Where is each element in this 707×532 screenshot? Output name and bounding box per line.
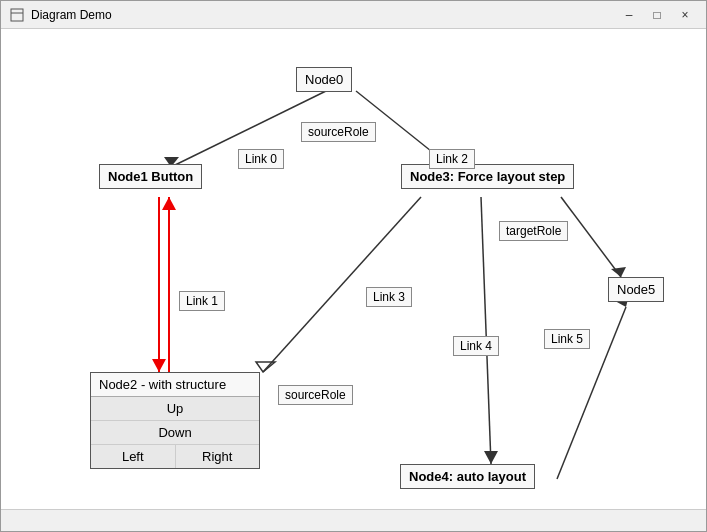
svg-marker-11: [256, 362, 275, 372]
node2-right-button[interactable]: Right: [176, 445, 260, 468]
node2-title: Node2 - with structure: [91, 373, 259, 397]
window-controls: – □ ×: [616, 5, 698, 25]
node2-down-button[interactable]: Down: [91, 421, 259, 444]
node1[interactable]: Node1 Button: [99, 164, 202, 189]
svg-marker-7: [152, 359, 166, 372]
minimize-button[interactable]: –: [616, 5, 642, 25]
source-role-2: sourceRole: [278, 385, 353, 405]
svg-line-12: [481, 197, 491, 464]
node0[interactable]: Node0: [296, 67, 352, 92]
title-bar: Diagram Demo – □ ×: [1, 1, 706, 29]
maximize-button[interactable]: □: [644, 5, 670, 25]
svg-rect-0: [11, 9, 23, 21]
svg-marker-13: [484, 451, 498, 464]
close-button[interactable]: ×: [672, 5, 698, 25]
link-label-1: Link 1: [179, 291, 225, 311]
node2[interactable]: Node2 - with structure Up Down Left Righ…: [90, 372, 260, 469]
node2-body: Up Down Left Right: [91, 397, 259, 468]
node2-lr-row: Left Right: [91, 445, 259, 468]
svg-line-2: [171, 91, 326, 167]
svg-line-14: [561, 197, 621, 277]
svg-line-16: [557, 307, 626, 479]
source-role-1: sourceRole: [301, 122, 376, 142]
svg-line-10: [263, 197, 421, 372]
node2-up-button[interactable]: Up: [91, 397, 259, 420]
svg-marker-15: [611, 267, 626, 277]
link-label-4: Link 4: [453, 336, 499, 356]
svg-line-4: [356, 91, 451, 167]
node4[interactable]: Node4: auto layout: [400, 464, 535, 489]
svg-marker-9: [162, 197, 176, 210]
link-label-3: Link 3: [366, 287, 412, 307]
diagram-canvas[interactable]: Node0 Node1 Button Node3: Force layout s…: [1, 29, 706, 509]
status-bar: [1, 509, 706, 531]
window-title: Diagram Demo: [31, 8, 610, 22]
node3[interactable]: Node3: Force layout step: [401, 164, 574, 189]
link-label-0: Link 0: [238, 149, 284, 169]
main-window: Diagram Demo – □ ×: [0, 0, 707, 532]
node2-up-row: Up: [91, 397, 259, 421]
node2-left-button[interactable]: Left: [91, 445, 176, 468]
app-icon: [9, 7, 25, 23]
link-label-5: Link 5: [544, 329, 590, 349]
node5[interactable]: Node5: [608, 277, 664, 302]
target-role: targetRole: [499, 221, 568, 241]
node2-down-row: Down: [91, 421, 259, 445]
